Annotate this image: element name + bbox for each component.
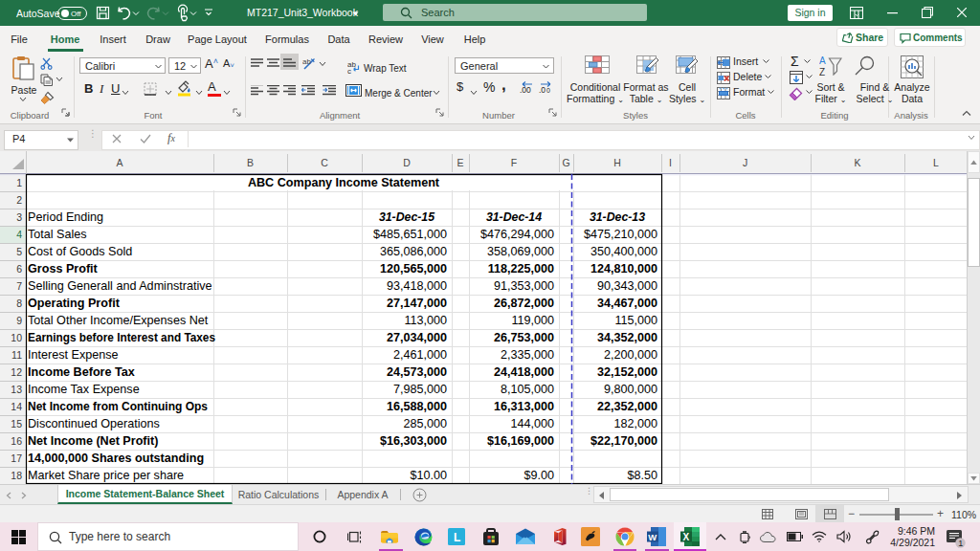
svg-text:.00: .00 [520, 85, 531, 95]
svg-text:Income Before Tax: Income Before Tax [28, 365, 135, 379]
svg-text:K: K [854, 157, 860, 168]
svg-text:Income Tax Expense: Income Tax Expense [28, 383, 140, 396]
svg-text:Total Sales: Total Sales [28, 228, 87, 241]
svg-text:9,800,000: 9,800,000 [604, 383, 657, 396]
svg-text:A: A [819, 55, 826, 66]
svg-text:I: I [669, 157, 672, 168]
svg-text:31-Dec-15: 31-Dec-15 [379, 210, 434, 224]
svg-text:7: 7 [16, 280, 22, 292]
svg-text:Off: Off [71, 10, 81, 18]
svg-text:124,810,000: 124,810,000 [590, 262, 657, 276]
svg-text:91,353,000: 91,353,000 [494, 279, 554, 293]
svg-text:1: 1 [958, 539, 963, 548]
svg-text:27,147,000: 27,147,000 [387, 297, 447, 310]
svg-text:Discontinued Operations: Discontinued Operations [28, 417, 160, 430]
svg-text:18: 18 [11, 470, 22, 481]
svg-text:16: 16 [11, 435, 22, 447]
svg-text:X: X [683, 532, 690, 542]
svg-text:2: 2 [16, 194, 22, 206]
svg-text:120,565,000: 120,565,000 [380, 262, 447, 276]
svg-text:$485,651,000: $485,651,000 [373, 228, 447, 241]
svg-text:$476,294,000: $476,294,000 [480, 228, 554, 241]
svg-text:34,467,000: 34,467,000 [597, 297, 657, 310]
svg-text:B: B [247, 157, 254, 168]
svg-text:Net Income (Net Profit): Net Income (Net Profit) [28, 434, 158, 448]
svg-text:17: 17 [11, 452, 22, 464]
svg-text:10: 10 [11, 332, 22, 343]
svg-text:Period Ending: Period Ending [28, 210, 103, 224]
svg-text:Net Income from Continuing Ops: Net Income from Continuing Ops [28, 400, 208, 413]
svg-text:144,000: 144,000 [510, 417, 554, 430]
svg-text:26,753,000: 26,753,000 [494, 331, 554, 344]
svg-text:24,418,000: 24,418,000 [494, 365, 554, 379]
svg-text:12: 12 [11, 366, 22, 378]
svg-text:L: L [933, 157, 939, 168]
svg-text:H: H [613, 157, 621, 168]
svg-text:2,335,000: 2,335,000 [501, 348, 554, 362]
svg-text:358,069,000: 358,069,000 [487, 245, 554, 258]
svg-text:J: J [743, 157, 747, 168]
svg-text:119,000: 119,000 [511, 314, 554, 327]
svg-text:A: A [116, 157, 122, 168]
svg-text:31-Dec-13: 31-Dec-13 [590, 210, 645, 224]
svg-text:115,000: 115,000 [614, 314, 657, 327]
svg-text:365,086,000: 365,086,000 [380, 245, 447, 258]
svg-text:14: 14 [11, 401, 22, 412]
svg-text:182,000: 182,000 [613, 417, 657, 430]
svg-text:ab: ab [302, 57, 311, 66]
svg-text:Cost of Goods Sold: Cost of Goods Sold [28, 245, 132, 258]
svg-text:93,418,000: 93,418,000 [387, 279, 447, 293]
svg-text:Earnings before Interest and T: Earnings before Interest and Taxes [28, 331, 215, 344]
svg-text:.0: .0 [539, 85, 546, 95]
svg-text:$8.50: $8.50 [627, 469, 657, 482]
svg-text:27,034,000: 27,034,000 [387, 331, 447, 344]
svg-text:16,313,000: 16,313,000 [494, 400, 554, 413]
svg-text:24,573,000: 24,573,000 [387, 365, 447, 379]
svg-text:90,343,000: 90,343,000 [597, 279, 657, 293]
svg-text:$475,210,000: $475,210,000 [584, 228, 657, 241]
svg-text:E: E [457, 157, 463, 168]
svg-text:D: D [403, 157, 411, 168]
svg-text:2,461,000: 2,461,000 [393, 348, 447, 362]
svg-text:26,872,000: 26,872,000 [494, 297, 554, 310]
svg-text:Operating Profit: Operating Profit [28, 297, 121, 310]
svg-text:ABC Company Income Statement: ABC Company Income Statement [248, 176, 440, 189]
svg-text:Interest Expense: Interest Expense [28, 348, 119, 362]
svg-text:L: L [454, 531, 460, 544]
svg-text:G: G [562, 157, 569, 168]
svg-text:0: 0 [546, 87, 550, 94]
svg-text:285,000: 285,000 [403, 417, 447, 430]
svg-text:16,588,000: 16,588,000 [387, 400, 447, 413]
svg-text:31-Dec-14: 31-Dec-14 [486, 210, 542, 224]
svg-text:c: c [347, 67, 351, 75]
svg-text:1: 1 [16, 177, 22, 188]
svg-text:$22,170,000: $22,170,000 [590, 434, 657, 448]
svg-text:Selling Generall and Adminstra: Selling Generall and Adminstrative [28, 279, 212, 293]
svg-text:32,152,000: 32,152,000 [597, 365, 657, 379]
svg-text:4: 4 [16, 229, 22, 240]
svg-text:Z: Z [819, 67, 825, 76]
svg-text:3: 3 [16, 211, 22, 223]
svg-text:13: 13 [11, 384, 22, 395]
svg-text:F: F [511, 157, 517, 168]
svg-text:W: W [648, 532, 657, 542]
svg-text:5: 5 [16, 246, 22, 257]
svg-text:$9.00: $9.00 [523, 469, 554, 482]
svg-text:Gross Profit: Gross Profit [28, 262, 99, 276]
svg-text:Total Other Income/Expenses Ne: Total Other Income/Expenses Net [28, 314, 209, 327]
svg-text:Market Share price per share: Market Share price per share [28, 469, 184, 482]
svg-text:$16,169,000: $16,169,000 [487, 434, 554, 448]
svg-text:$10.00: $10.00 [410, 469, 447, 482]
svg-text:2,200,000: 2,200,000 [604, 348, 657, 362]
svg-text:14,000,000 Shares outstanding: 14,000,000 Shares outstanding [28, 452, 204, 465]
svg-text:34,352,000: 34,352,000 [597, 331, 657, 344]
svg-text:7,985,000: 7,985,000 [393, 383, 447, 396]
svg-text:22,352,000: 22,352,000 [597, 400, 657, 413]
svg-text:118,225,000: 118,225,000 [488, 262, 554, 276]
svg-text:6: 6 [16, 263, 22, 275]
svg-text:113,000: 113,000 [404, 314, 447, 327]
svg-text:$16,303,000: $16,303,000 [380, 434, 447, 448]
svg-text:C: C [321, 157, 328, 168]
svg-text:9: 9 [16, 315, 22, 326]
svg-text:350,400,000: 350,400,000 [590, 245, 657, 258]
